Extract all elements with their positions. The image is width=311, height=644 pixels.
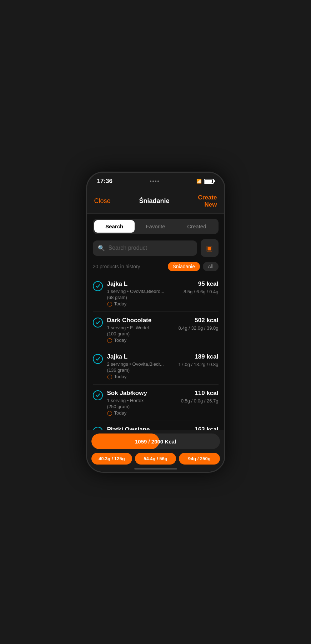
status-time: 17:36 xyxy=(97,178,112,185)
product-item[interactable]: Sok Jabłkowy 1 serving • Hortex (250 gra… xyxy=(93,385,219,421)
product-nutrition: 189 kcal 17.0g / 13.2g / 0.8g xyxy=(178,353,218,367)
check-icon xyxy=(93,318,103,328)
close-button[interactable]: Close xyxy=(94,197,111,205)
filter-all[interactable]: All xyxy=(203,262,219,271)
product-info: Sok Jabłkowy 1 serving • Hortex (250 gra… xyxy=(107,390,177,416)
product-time: ◯ Today xyxy=(107,338,174,343)
macros-value: 8.4g / 32.0g / 39.0g xyxy=(178,325,218,331)
product-serving: 1 serving • Ovovita,Biedro... xyxy=(107,289,179,294)
main-content: Search Favorite Created 🔍 Search product… xyxy=(87,214,224,461)
product-weight: (100 gram) xyxy=(107,331,174,336)
history-count-label: 20 products in history xyxy=(93,264,140,269)
search-section: 🔍 Search product ▣ xyxy=(87,238,224,260)
product-item[interactable]: Jajka L 1 serving • Ovovita,Biedro... (6… xyxy=(93,275,219,312)
product-list: Jajka L 1 serving • Ovovita,Biedro... (6… xyxy=(87,275,224,437)
clock-icon: ◯ xyxy=(107,410,112,416)
product-weight: (250 gram) xyxy=(107,404,177,409)
macros-value: 17.0g / 13.2g / 0.8g xyxy=(178,362,218,367)
check-icon xyxy=(93,281,103,291)
create-new-button[interactable]: CreateNew xyxy=(198,194,217,209)
product-name: Dark Chocolate xyxy=(107,317,174,324)
kcal-value: 189 kcal xyxy=(178,353,218,360)
scan-button[interactable]: ▣ xyxy=(201,239,219,257)
product-time: ◯ Today xyxy=(107,301,179,306)
product-info: Jajka L 2 servings • Ovovita,Biedr... (1… xyxy=(107,353,174,379)
battery-icon xyxy=(204,179,214,184)
header-title: Śniadanie xyxy=(139,197,170,205)
status-icons: 📶 xyxy=(196,179,214,184)
product-serving: 1 serving • Hortex xyxy=(107,398,177,403)
product-serving: 1 serving • E. Wedel xyxy=(107,325,174,330)
calorie-progress-container: 1059 / 2000 Kcal xyxy=(91,433,220,449)
phone-frame: 17:36 📶 Close Śniadanie CreateNew Search… xyxy=(86,172,225,473)
status-bar: 17:36 📶 xyxy=(87,173,224,190)
product-nutrition: 110 kcal 0.5g / 0.0g / 26.7g xyxy=(181,390,219,404)
product-name: Jajka L xyxy=(107,353,174,360)
history-filters: Śniadanie All xyxy=(168,262,219,271)
search-placeholder: Search product xyxy=(109,245,147,251)
header: Close Śniadanie CreateNew xyxy=(87,190,224,214)
bottom-bar: 1059 / 2000 Kcal 40.3g / 125g 54.4g / 56… xyxy=(87,430,224,472)
search-icon: 🔍 xyxy=(98,245,105,252)
product-nutrition: 95 kcal 8.5g / 6.6g / 0.4g xyxy=(184,280,219,294)
history-header: 20 products in history Śniadanie All xyxy=(87,260,224,275)
clock-icon: ◯ xyxy=(107,374,112,379)
product-item[interactable]: Jajka L 2 servings • Ovovita,Biedr... (1… xyxy=(93,348,219,385)
macro-pill-fat: 54.4g / 56g xyxy=(135,453,176,465)
clock-icon: ◯ xyxy=(107,301,112,306)
tabs-section: Search Favorite Created xyxy=(87,214,224,238)
tabs-container: Search Favorite Created xyxy=(93,219,219,234)
scan-icon: ▣ xyxy=(206,244,213,252)
kcal-value: 110 kcal xyxy=(181,390,219,397)
product-name: Jajka L xyxy=(107,280,179,288)
macro-pill-carbs: 94g / 250g xyxy=(179,453,220,465)
product-weight: (68 gram) xyxy=(107,295,179,300)
kcal-value: 95 kcal xyxy=(184,280,219,288)
macro-pill-protein: 40.3g / 125g xyxy=(91,453,132,465)
kcal-value: 502 kcal xyxy=(178,317,218,324)
filter-sniadanie[interactable]: Śniadanie xyxy=(168,262,200,271)
macros-value: 8.5g / 6.6g / 0.4g xyxy=(184,289,219,294)
clock-icon: ◯ xyxy=(107,338,112,343)
check-icon xyxy=(93,390,103,400)
check-icon xyxy=(93,354,103,364)
calorie-progress-text: 1059 / 2000 Kcal xyxy=(135,438,176,444)
product-name: Sok Jabłkowy xyxy=(107,390,177,397)
product-serving: 2 servings • Ovovita,Biedr... xyxy=(107,361,174,367)
product-time: ◯ Today xyxy=(107,410,177,416)
home-indicator xyxy=(134,468,177,470)
product-weight: (136 gram) xyxy=(107,367,174,373)
search-box[interactable]: 🔍 Search product xyxy=(93,240,197,256)
wifi-icon: 📶 xyxy=(196,179,202,184)
tab-favorite[interactable]: Favorite xyxy=(135,220,176,233)
tab-created[interactable]: Created xyxy=(176,220,217,233)
product-item[interactable]: Dark Chocolate 1 serving • E. Wedel (100… xyxy=(93,312,219,348)
product-nutrition: 502 kcal 8.4g / 32.0g / 39.0g xyxy=(178,317,218,331)
macro-pills: 40.3g / 125g 54.4g / 56g 94g / 250g xyxy=(91,453,220,465)
product-info: Jajka L 1 serving • Ovovita,Biedro... (6… xyxy=(107,280,179,306)
macros-value: 0.5g / 0.0g / 26.7g xyxy=(181,398,219,404)
product-info: Dark Chocolate 1 serving • E. Wedel (100… xyxy=(107,317,174,343)
tab-search[interactable]: Search xyxy=(94,220,135,233)
product-time: ◯ Today xyxy=(107,374,174,379)
signal-dots xyxy=(150,181,159,182)
